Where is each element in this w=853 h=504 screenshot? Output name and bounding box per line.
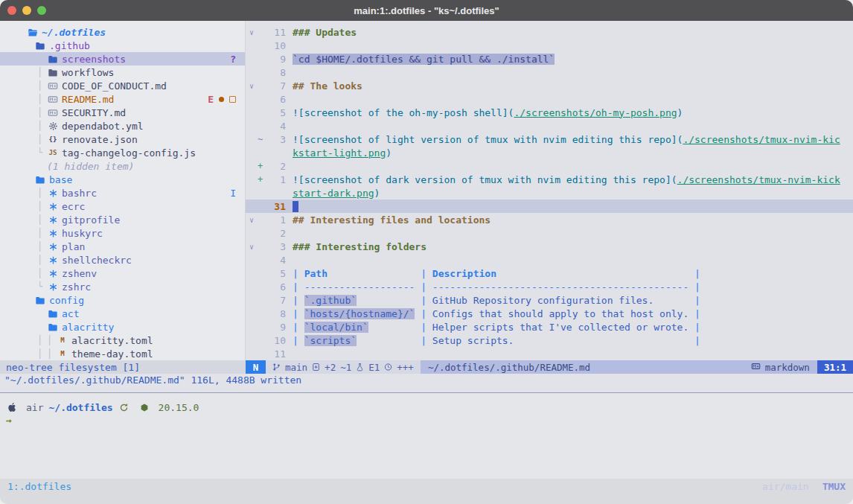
editor-line[interactable]: +2 bbox=[246, 159, 853, 173]
tree-item-label: (1 hidden item) bbox=[47, 161, 134, 172]
editor-line[interactable]: 9`cd $HOME/.dotfiles && git pull && ./in… bbox=[246, 52, 853, 66]
tree-item-config[interactable]: config bbox=[0, 293, 245, 307]
tmux-window-tab[interactable]: 1:.dotfiles bbox=[7, 481, 71, 492]
line-text: `cd $HOME/.dotfiles && git pull && ./ins… bbox=[293, 54, 555, 65]
tree-item-screenshots[interactable]: screenshots? bbox=[0, 52, 245, 66]
diff-added-count: +2 bbox=[325, 362, 336, 373]
tree-item-zshenv[interactable]: │zshenv bbox=[0, 267, 245, 280]
tree-item-label: ~/.dotfiles bbox=[42, 27, 106, 38]
shell-pane[interactable]: air ~/.dotfiles 20.15.0 → bbox=[0, 393, 853, 479]
editor-line[interactable]: 6| ------------------- | ---------------… bbox=[246, 280, 853, 293]
fold-chevron-icon[interactable]: ∨ bbox=[246, 28, 255, 36]
file-path-segment: ~/.dotfiles/.github/README.md bbox=[421, 360, 744, 374]
terminal-window: main:1:.dotfiles - "ks~/.dotfiles" ~/.do… bbox=[0, 0, 853, 504]
window-titlebar[interactable]: main:1:.dotfiles - "ks~/.dotfiles" bbox=[0, 0, 853, 21]
nvim-main-area: ~/.dotfiles.githubscreenshots?│workflows… bbox=[0, 21, 853, 374]
fold-chevron-icon[interactable]: ∨ bbox=[246, 243, 255, 251]
line-number: 6 bbox=[265, 94, 286, 105]
tree-item-renovate.json[interactable]: │{}renovate.json bbox=[0, 133, 245, 146]
editor-line[interactable]: 6 bbox=[246, 92, 853, 106]
indent-guide: │ bbox=[37, 107, 47, 118]
editor-line[interactable]: 5![screenshot of the oh-my-posh shell](.… bbox=[246, 106, 853, 119]
tree-item-bashrc[interactable]: │bashrcI bbox=[0, 186, 245, 200]
indent-guide: │ bbox=[37, 201, 47, 211]
tree-item-base[interactable]: base bbox=[0, 173, 245, 186]
filetype-segment: markdown bbox=[744, 360, 817, 374]
tree-item-readme.md[interactable]: │README.mdE bbox=[0, 92, 245, 106]
folder-icon bbox=[47, 68, 59, 77]
editor-line[interactable]: start-dark.png) bbox=[246, 186, 853, 200]
tree-item-security.md[interactable]: │SECURITY.md bbox=[0, 106, 245, 119]
line-number: 6 bbox=[265, 281, 286, 293]
tree-item-shellcheckrc[interactable]: │shellcheckrc bbox=[0, 253, 245, 267]
tree-item-workflows[interactable]: │workflows bbox=[0, 66, 245, 79]
tree-item-alacritty.toml[interactable]: ││Malacritty.toml bbox=[0, 334, 245, 347]
tree-item-tag-changelog-config.js[interactable]: └JStag-changelog-config.js bbox=[0, 146, 245, 159]
line-text: ![screenshot of the oh-my-posh shell](./… bbox=[293, 107, 683, 118]
tree-item-ecrc[interactable]: │ecrc bbox=[0, 200, 245, 213]
editor-line[interactable]: ∨3### Interesting folders bbox=[246, 240, 853, 253]
tree-item-huskyrc[interactable]: │huskyrc bbox=[0, 226, 245, 240]
diff-changed-count: ~1 bbox=[340, 362, 351, 373]
tree-item--.dotfiles[interactable]: ~/.dotfiles bbox=[0, 25, 245, 39]
editor-line[interactable]: ∨1## Interesting files and locations bbox=[246, 213, 853, 226]
editor-line[interactable]: 10| `scripts` | Setup scripts. | bbox=[246, 334, 853, 347]
diagnostics-flask-icon bbox=[356, 363, 364, 371]
folder-icon bbox=[47, 322, 59, 332]
tree-item-label: .github bbox=[49, 40, 90, 51]
mfile-icon: M bbox=[57, 350, 68, 357]
line-number: 10 bbox=[265, 335, 286, 346]
editor-line[interactable]: 5| Path | Description | bbox=[246, 267, 853, 280]
mdfile-icon bbox=[47, 108, 59, 118]
folder-icon bbox=[34, 175, 46, 185]
fold-chevron-icon[interactable]: ∨ bbox=[246, 82, 255, 90]
tree-item-plan[interactable]: │plan bbox=[0, 240, 245, 253]
line-text: ### Interesting folders bbox=[293, 241, 426, 252]
diff-file-icon bbox=[312, 363, 320, 371]
editor-line[interactable]: 10 bbox=[246, 39, 853, 52]
editor-line[interactable]: 11 bbox=[246, 347, 853, 360]
fold-chevron-icon[interactable]: ∨ bbox=[246, 216, 255, 224]
line-number: 4 bbox=[265, 121, 286, 132]
folder-icon bbox=[34, 296, 46, 305]
tree-item-zshrc[interactable]: └zshrc bbox=[0, 280, 245, 293]
editor-line[interactable]: 9| `local/bin` | Helper scripts that I'v… bbox=[246, 320, 853, 334]
tree-item-act[interactable]: act bbox=[0, 307, 245, 320]
editor-line[interactable]: ~3![screenshot of light version of tmux … bbox=[246, 133, 853, 146]
tree-item-alacritty[interactable]: alacritty bbox=[0, 320, 245, 334]
indent-guide: │ bbox=[37, 80, 47, 91]
editor-line[interactable]: +1![screenshot of dark version of tmux w… bbox=[246, 173, 853, 186]
line-number: 2 bbox=[265, 228, 286, 239]
shell-prompt: air ~/.dotfiles 20.15.0 bbox=[6, 400, 853, 415]
tree-item-.github[interactable]: .github bbox=[0, 39, 245, 52]
status-badge: ? bbox=[230, 54, 236, 65]
tree-item-dependabot.yml[interactable]: │dependabot.yml bbox=[0, 119, 245, 133]
tree-item-theme-day.toml[interactable]: ││Mtheme-day.toml bbox=[0, 347, 245, 360]
indent-guide: │ bbox=[37, 214, 47, 225]
editor-line[interactable]: 7| `.github` | GitHub Repository configu… bbox=[246, 293, 853, 307]
folder-icon bbox=[47, 309, 59, 319]
editor-lines[interactable]: ∨11### Updates109`cd $HOME/.dotfiles && … bbox=[246, 21, 853, 360]
editor-line[interactable]: kstart-light.png) bbox=[246, 146, 853, 159]
editor-line[interactable]: 2 bbox=[246, 226, 853, 240]
indent-guide: │ bbox=[37, 268, 47, 278]
tree-item-gitprofile[interactable]: │gitprofile bbox=[0, 213, 245, 226]
line-number: 8 bbox=[265, 67, 286, 78]
tree-item-label: act bbox=[62, 308, 79, 319]
editor-line[interactable]: ∨11### Updates bbox=[246, 25, 853, 39]
editor-line[interactable]: 4 bbox=[246, 119, 853, 133]
editor-line[interactable]: ∨7## The looks bbox=[246, 79, 853, 92]
tree-item--1-hidden-item-[interactable]: (1 hidden item) bbox=[0, 159, 245, 173]
tree-item-label: alacritty.toml bbox=[71, 335, 153, 346]
item-badges: ? bbox=[230, 54, 236, 65]
editor-line[interactable]: 4 bbox=[246, 253, 853, 267]
star-icon bbox=[47, 242, 59, 252]
editor-line[interactable]: 8 bbox=[246, 66, 853, 79]
tree-item-code-of-conduct.md[interactable]: │CODE_OF_CONDUCT.md bbox=[0, 79, 245, 92]
editor-line[interactable]: 31 bbox=[246, 200, 853, 213]
line-text: ### Updates bbox=[293, 27, 357, 38]
prompt-arrow[interactable]: → bbox=[6, 415, 853, 428]
apple-icon bbox=[6, 402, 18, 412]
editor-line[interactable]: 8| `hosts/{hostname}/` | Configs that sh… bbox=[246, 307, 853, 320]
indent-guide: │ bbox=[37, 335, 47, 345]
